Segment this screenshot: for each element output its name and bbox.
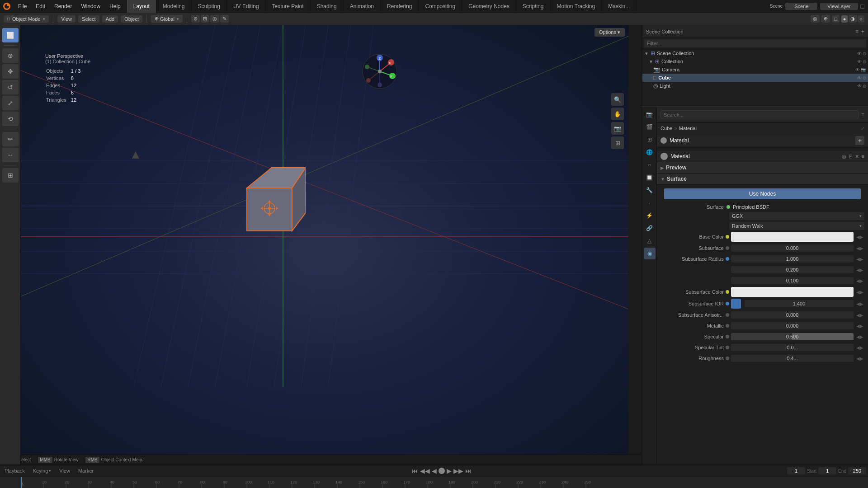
matcap-shade-btn[interactable]: ◑ [849, 15, 857, 23]
scene-props-btn[interactable]: 🌐 [644, 146, 656, 158]
subsurface-ior-adjust[interactable]: ◀▶ [855, 301, 864, 306]
playback-menu[interactable]: Playback [2, 467, 28, 474]
tab-rendering[interactable]: Rendering [381, 0, 419, 13]
file-menu[interactable]: File [14, 0, 31, 12]
distribution-selector[interactable]: GGX ▾ [729, 212, 864, 220]
subsurface-radius-g-adjust[interactable]: ◀▶ [855, 267, 864, 272]
frame-all-btn[interactable]: ⊞ [611, 136, 624, 149]
material-pin-btn[interactable]: ◎ [842, 154, 846, 160]
tab-shading[interactable]: Shading [311, 0, 344, 13]
tab-motion-tracking[interactable]: Motion Tracking [551, 0, 602, 13]
render-props-btn[interactable]: 📷 [644, 108, 656, 120]
props-filter-icon[interactable]: ≡ [861, 112, 864, 118]
move-tool-btn[interactable]: ✥ [2, 64, 19, 79]
specular-tint-value[interactable]: 0.0... [731, 344, 854, 351]
cam-eye-btn[interactable]: 👁 [855, 67, 860, 72]
outliner-light[interactable]: ◎ Light 👁 ⊙ [642, 82, 868, 90]
breadcrumb-material[interactable]: Material [679, 126, 697, 131]
material-add-btn[interactable]: + [855, 136, 864, 145]
physics-props-btn[interactable]: ⚡ [644, 210, 656, 221]
outliner-scene-collection[interactable]: ▼ ⊞ Scene Collection 👁 ⊙ [642, 49, 868, 57]
subsurface-anisotropy-adjust[interactable]: ◀▶ [855, 313, 864, 318]
roughness-dot[interactable] [726, 357, 729, 360]
add-primitive-btn[interactable]: ⊞ [2, 168, 19, 183]
metallic-value[interactable]: 0.000 [731, 322, 854, 329]
subsurface-radius-b-adjust[interactable]: ◀▶ [855, 278, 864, 283]
subsurface-ior-value[interactable]: 1.400 [745, 300, 854, 307]
tab-compositing[interactable]: Compositing [419, 0, 462, 13]
base-color-dot[interactable] [726, 235, 729, 239]
subsurface-color-swatch[interactable] [731, 287, 854, 297]
transform-tool-btn[interactable]: ⟲ [2, 112, 19, 126]
keying-menu[interactable]: Keying ▾ [30, 467, 54, 474]
pan-btn[interactable]: ✋ [611, 108, 624, 120]
use-nodes-btn[interactable]: Use Nodes [664, 188, 861, 199]
tab-scripting[interactable]: Scripting [516, 0, 551, 13]
outliner-camera[interactable]: 📷 Camera 👁 📷 [642, 66, 868, 74]
subsurface-radius-b-value[interactable]: 0.100 [731, 277, 854, 284]
preview-section-header[interactable]: ▶ Preview [657, 162, 868, 174]
blender-logo[interactable] [0, 0, 14, 13]
prev-keyframe-btn[interactable]: ◀◀ [420, 467, 430, 474]
render-shade-btn[interactable]: ○ [858, 15, 864, 23]
material-filter-btn[interactable]: ≡ [862, 154, 864, 159]
props-search-input[interactable] [660, 110, 859, 119]
proportional-edit-btn[interactable]: ◎ [210, 15, 219, 23]
tab-texture-paint[interactable]: Texture Paint [266, 0, 311, 13]
outliner-collection[interactable]: ▼ ⊞ Collection 👁 ⊙ [642, 57, 868, 66]
tab-uv-editing[interactable]: UV Editing [227, 0, 266, 13]
end-frame-display[interactable]: 250 [848, 467, 866, 474]
overlays-btn[interactable]: ⊕ [821, 15, 830, 23]
cam-render-btn[interactable]: 📷 [861, 67, 866, 72]
xray-toggle[interactable]: □ [832, 15, 840, 23]
pivot-point-btn[interactable]: ⊙ [191, 15, 200, 23]
cursor-tool-btn[interactable]: ⊕ [2, 48, 19, 63]
view-layer-selector[interactable]: ViewLayer [820, 3, 858, 10]
roughness-value[interactable]: 0.4... [731, 355, 854, 362]
metallic-dot[interactable] [726, 324, 729, 328]
timeline-marker-menu[interactable]: Marker [75, 467, 96, 474]
constraints-props-btn[interactable]: 🔗 [644, 222, 656, 234]
jump-start-btn[interactable]: ⏮ [412, 467, 418, 474]
edit-menu[interactable]: Edit [31, 0, 50, 12]
current-frame-display[interactable]: 1 [787, 467, 805, 474]
axis-gizmo[interactable]: X Y Z [362, 53, 398, 89]
start-frame-display[interactable]: 1 [818, 467, 836, 474]
coll-restrict-btn[interactable]: ⊙ [863, 59, 866, 64]
light-render-btn[interactable]: ⊙ [863, 84, 866, 89]
specular-tint-dot[interactable] [726, 346, 729, 349]
metallic-adjust[interactable]: ◀▶ [855, 324, 864, 328]
material-copy-btn[interactable]: ⎘ [849, 154, 852, 159]
cube-eye-btn[interactable]: 👁 [857, 75, 862, 80]
options-btn[interactable]: Options ▾ [594, 28, 625, 37]
subsurface-color-adjust[interactable]: ◀▶ [855, 290, 864, 295]
measure-tool-btn[interactable]: ↔ [2, 148, 19, 162]
mode-selector[interactable]: □ Object Mode ▾ [4, 15, 49, 23]
object-props-btn[interactable]: 🔲 [644, 172, 656, 183]
particles-props-btn[interactable]: · [644, 197, 656, 209]
surface-type-value[interactable]: Principled BSDF [733, 204, 864, 210]
transform-space-selector[interactable]: ⊕ Global ▾ [151, 15, 183, 23]
view-layer-props-btn[interactable]: ⊞ [644, 134, 656, 145]
subsurface-method-selector[interactable]: Random Walk ▾ [729, 222, 864, 230]
specular-dot[interactable] [726, 335, 729, 338]
material-props-btn[interactable]: ◉ [644, 248, 656, 259]
specular-value[interactable]: 0.500 [731, 333, 854, 340]
modifier-props-btn[interactable]: 🔧 [644, 184, 656, 196]
solid-shade-btn[interactable]: ● [841, 15, 848, 23]
data-props-btn[interactable]: △ [644, 235, 656, 247]
scene-eye-btn[interactable]: 👁 [857, 51, 862, 56]
coll-eye-btn[interactable]: 👁 [857, 59, 862, 64]
render-menu[interactable]: Render [50, 0, 76, 12]
surface-section-header[interactable]: ▼ Surface [657, 174, 868, 185]
annotate-tool-btn[interactable]: ✏ [2, 132, 19, 146]
tab-geometry-nodes[interactable]: Geometry Nodes [462, 0, 516, 13]
outliner-add-btn[interactable]: + [861, 28, 864, 35]
grease-pencil-btn[interactable]: ✎ [220, 15, 229, 23]
subsurface-color-dot[interactable] [726, 290, 729, 294]
maximize-icon[interactable]: □ [861, 3, 864, 10]
subsurface-anisotropy-dot[interactable] [726, 313, 729, 317]
play-btn[interactable]: ▶ [447, 467, 452, 474]
tab-masking[interactable]: Maskin... [602, 0, 637, 13]
tab-layout[interactable]: Layout [127, 0, 156, 13]
